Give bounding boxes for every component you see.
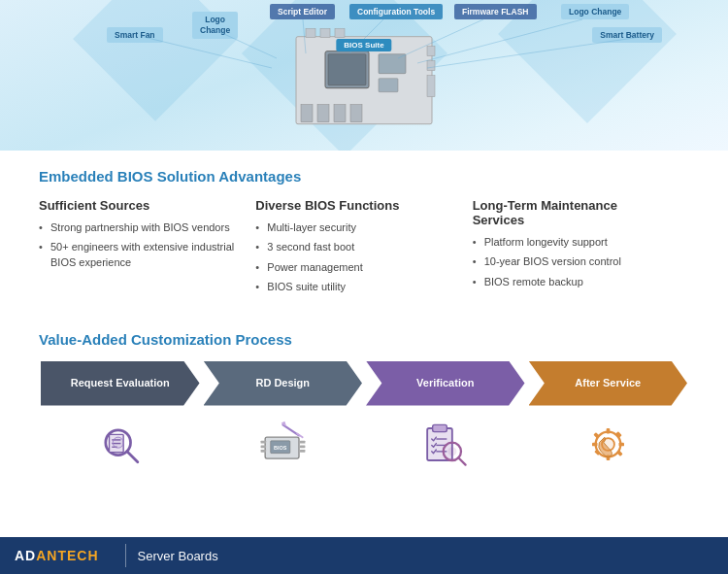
svg-rect-4: [350, 104, 362, 121]
step-4-icon-area: [527, 406, 690, 484]
col-2-list: Multi-layer security 3 second fast boot …: [255, 220, 452, 295]
motherboard-illustration: [267, 17, 461, 147]
footer-logo: ADANTECH: [0, 537, 114, 574]
step-after-service: After Service: [527, 361, 690, 484]
svg-rect-1: [301, 104, 313, 121]
advantages-grid: Sufficient Sources Strong partnership wi…: [39, 198, 689, 300]
svg-rect-10: [427, 60, 435, 70]
step-2-label: RD Design: [248, 377, 317, 389]
col-sufficient-sources: Sufficient Sources Strong partnership wi…: [39, 198, 255, 300]
step-3-icon-area: [364, 406, 527, 484]
svg-rect-6: [328, 53, 366, 84]
step-3-label: Verification: [409, 377, 481, 389]
col-diverse-bios: Diverse BIOS Functions Multi-layer secur…: [255, 198, 472, 300]
step-4-icon: [581, 418, 635, 471]
svg-rect-31: [260, 445, 266, 448]
step-3-icon: [418, 418, 472, 471]
list-item: 10-year BIOS version control: [473, 254, 670, 269]
svg-rect-35: [300, 450, 306, 453]
list-item: Multi-layer security: [255, 220, 452, 235]
step-verification: Verification: [364, 361, 527, 484]
value-section-title: Value-Added Customization Process: [39, 331, 689, 348]
step-1-icon-area: [39, 406, 202, 484]
step-3-arrow: Verification: [364, 361, 527, 406]
svg-rect-51: [606, 428, 610, 434]
bios-suite-tag: BIOS Suite: [336, 39, 391, 51]
svg-text:BIOS: BIOS: [274, 445, 287, 451]
step-4-label: After Service: [567, 377, 648, 389]
svg-rect-54: [618, 443, 624, 447]
step-1-arrow: Request Evaluation: [39, 361, 202, 406]
list-item: BIOS suite utility: [255, 280, 452, 294]
embedded-section-title: Embedded BIOS Solution Advantages: [39, 168, 689, 185]
list-item: 50+ engineers with extensive industrial …: [39, 240, 236, 270]
col-1-list: Strong partnership with BIOS vendors 50+…: [39, 220, 236, 270]
svg-rect-7: [379, 53, 406, 73]
svg-rect-11: [427, 75, 435, 96]
list-item: BIOS remote backup: [473, 275, 670, 289]
step-2-icon: BIOS: [256, 418, 310, 471]
tag-logo-change-left: LogoChange: [192, 12, 238, 39]
step-4-arrow: After Service: [527, 361, 690, 406]
step-2-icon-area: BIOS: [202, 406, 365, 484]
svg-line-47: [459, 457, 466, 464]
tag-smart-fan: Smart Fan: [107, 27, 163, 43]
svg-rect-33: [300, 441, 306, 444]
list-item: Strong partnership with BIOS vendors: [39, 220, 236, 235]
col-3-title: Long-Term Maintenance Services: [473, 198, 670, 227]
step-rd-design: RD Design: [202, 361, 365, 484]
page-wrapper: BIOS Suite Smart Fan LogoChange Script E…: [0, 0, 728, 574]
step-1-label: Request Evaluation: [63, 377, 178, 389]
brand-highlight: ANTECH: [36, 548, 98, 563]
step-2-arrow: RD Design: [202, 361, 365, 406]
col-2-title: Diverse BIOS Functions: [255, 198, 452, 213]
col-long-term: Long-Term Maintenance Services Platform …: [473, 198, 689, 300]
value-added-section: Value-Added Customization Process Reques…: [0, 331, 728, 498]
list-item: 3 second fast boot: [255, 240, 452, 254]
footer-divider: [125, 544, 126, 567]
svg-rect-14: [335, 28, 345, 37]
top-diagram: BIOS Suite Smart Fan LogoChange Script E…: [0, 0, 728, 151]
step-4-shape: After Service: [529, 361, 688, 406]
step-1-shape: Request Evaluation: [41, 361, 200, 406]
svg-rect-8: [379, 78, 398, 91]
step-1-icon: [93, 418, 147, 471]
tag-config-tools: Configuration Tools: [349, 4, 443, 19]
svg-rect-53: [592, 443, 598, 447]
svg-rect-13: [320, 28, 330, 37]
svg-rect-32: [260, 450, 266, 453]
svg-point-28: [113, 437, 123, 448]
svg-point-48: [448, 447, 457, 456]
process-flow: Request Evaluation: [39, 361, 689, 484]
svg-rect-12: [306, 28, 315, 37]
list-item: Platform longevity support: [473, 235, 670, 250]
tag-logo-change-right: Logo Change: [561, 4, 629, 19]
tag-script-editor: Script Editor: [270, 4, 335, 19]
brand-logo: ADANTECH: [15, 548, 99, 563]
step-2-shape: RD Design: [204, 361, 363, 406]
svg-rect-34: [300, 445, 306, 448]
footer: ADANTECH Server Boards: [0, 537, 728, 574]
svg-rect-3: [334, 104, 346, 121]
svg-rect-9: [427, 46, 435, 55]
col-1-title: Sufficient Sources: [39, 198, 236, 213]
step-3-shape: Verification: [366, 361, 525, 406]
tag-smart-battery: Smart Battery: [592, 27, 662, 43]
svg-rect-30: [260, 441, 266, 444]
step-request-evaluation: Request Evaluation: [39, 361, 202, 484]
tag-firmware-flash: Firmware FLASH: [454, 4, 537, 19]
svg-rect-2: [317, 104, 329, 121]
footer-tagline: Server Boards: [138, 549, 218, 563]
svg-rect-42: [433, 424, 447, 431]
col-3-list: Platform longevity support 10-year BIOS …: [473, 235, 670, 289]
embedded-bios-section: Embedded BIOS Solution Advantages Suffic…: [0, 151, 728, 331]
svg-line-23: [127, 452, 138, 462]
list-item: Power management: [255, 260, 452, 275]
